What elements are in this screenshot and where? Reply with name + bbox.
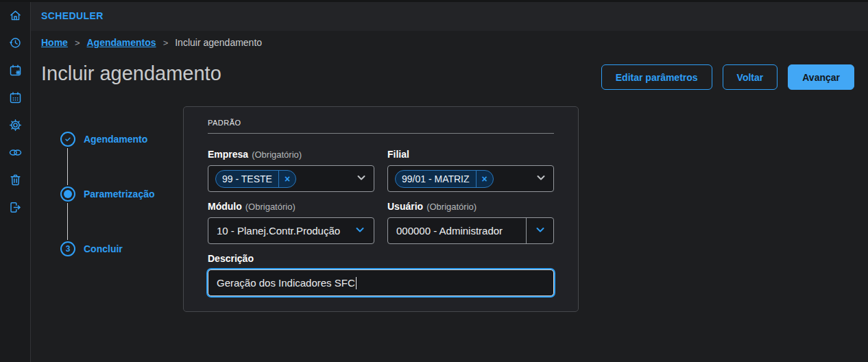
back-button[interactable]: Voltar bbox=[723, 64, 778, 90]
step-todo-circle: 3 bbox=[60, 241, 75, 256]
calendar-icon[interactable] bbox=[0, 84, 30, 111]
link-icon[interactable] bbox=[0, 138, 30, 166]
descricao-value: Geração dos Indicadores SFC bbox=[217, 277, 355, 289]
step-concluir[interactable]: 3 Concluir bbox=[60, 241, 123, 256]
schedule-settings-icon[interactable] bbox=[0, 56, 30, 84]
modulo-value: 10 - Planej.Contr.Produção bbox=[217, 225, 340, 237]
empresa-multiselect[interactable]: 99 - TESTE × bbox=[208, 165, 374, 192]
breadcrumb-link-agendamentos[interactable]: Agendamentos bbox=[87, 37, 156, 48]
home-icon[interactable] bbox=[0, 1, 30, 29]
breadcrumb: Home > Agendamentos > Incluir agendament… bbox=[41, 37, 262, 48]
descricao-input[interactable]: Geração dos Indicadores SFC bbox=[208, 269, 554, 296]
field-filial: Filial 99/01 - MATRIZ × bbox=[387, 149, 554, 192]
tag-remove-icon[interactable]: × bbox=[476, 171, 493, 187]
field-label-usuario: Usuário(Obrigatório) bbox=[387, 201, 554, 212]
required-hint: (Obrigatório) bbox=[245, 202, 296, 212]
empresa-tag: 99 - TESTE × bbox=[215, 170, 296, 188]
filial-tag: 99/01 - MATRIZ × bbox=[395, 170, 494, 188]
chevron-down-icon bbox=[535, 224, 546, 237]
step-agendamento[interactable]: Agendamento bbox=[60, 132, 147, 147]
form-card: PADRÃO Empresa(Obrigatório) 99 - TESTE × bbox=[183, 106, 579, 312]
logout-icon[interactable] bbox=[0, 193, 30, 221]
step-label: Agendamento bbox=[84, 134, 147, 145]
chevron-down-icon bbox=[354, 224, 365, 237]
check-icon bbox=[64, 135, 72, 143]
history-icon[interactable] bbox=[0, 29, 30, 56]
edit-params-button[interactable]: Editar parâmetros bbox=[601, 64, 712, 90]
topbar: SCHEDULER bbox=[31, 0, 868, 31]
chevron-down-icon bbox=[356, 172, 367, 186]
next-button[interactable]: Avançar bbox=[788, 64, 854, 90]
usuario-combo[interactable]: 000000 - Administrador bbox=[387, 217, 554, 244]
tag-label: 99/01 - MATRIZ bbox=[396, 173, 476, 184]
modulo-select[interactable]: 10 - Planej.Contr.Produção bbox=[208, 217, 374, 244]
tag-remove-icon[interactable]: × bbox=[278, 171, 296, 187]
usuario-dropdown-button[interactable] bbox=[526, 218, 553, 243]
chevron-down-icon bbox=[535, 172, 546, 186]
usuario-value: 000000 - Administrador bbox=[388, 225, 511, 237]
window-top-edge bbox=[0, 0, 868, 2]
field-modulo: Módulo(Obrigatório) 10 - Planej.Contr.Pr… bbox=[208, 201, 374, 244]
active-dot bbox=[64, 190, 72, 198]
app-title: SCHEDULER bbox=[41, 10, 104, 21]
breadcrumb-separator: > bbox=[163, 38, 169, 48]
step-label: Concluir bbox=[84, 243, 123, 254]
section-divider bbox=[208, 133, 554, 134]
step-connector bbox=[67, 203, 68, 240]
step-connector bbox=[67, 148, 68, 185]
section-title: PADRÃO bbox=[208, 107, 554, 127]
field-descricao: Descrição Geração dos Indicadores SFC bbox=[208, 253, 554, 296]
action-buttons: Editar parâmetros Voltar Avançar bbox=[601, 64, 854, 90]
step-active-circle bbox=[60, 186, 75, 202]
step-done-circle bbox=[60, 132, 75, 147]
required-hint: (Obrigatório) bbox=[252, 149, 302, 160]
page-title: Incluir agendamento bbox=[41, 62, 221, 85]
breadcrumb-separator: > bbox=[75, 38, 80, 48]
step-number: 3 bbox=[66, 244, 71, 254]
text-cursor bbox=[356, 277, 357, 289]
tag-label: 99 - TESTE bbox=[216, 173, 278, 184]
breadcrumb-current: Incluir agendamento bbox=[175, 37, 262, 48]
sidebar bbox=[0, 0, 31, 362]
settings-gear-icon[interactable] bbox=[0, 111, 30, 138]
wizard-stepper: Agendamento Parametrização 3 Concluir bbox=[60, 132, 184, 269]
field-label-modulo: Módulo(Obrigatório) bbox=[208, 201, 374, 212]
field-label-filial: Filial bbox=[387, 149, 554, 160]
step-parametrizacao[interactable]: Parametrização bbox=[60, 186, 155, 202]
field-usuario: Usuário(Obrigatório) 000000 - Administra… bbox=[387, 201, 554, 244]
main-content: Home > Agendamentos > Incluir agendament… bbox=[31, 31, 868, 362]
field-label-descricao: Descrição bbox=[208, 253, 554, 264]
trash-icon[interactable] bbox=[0, 166, 30, 193]
step-label: Parametrização bbox=[84, 189, 155, 200]
field-empresa: Empresa(Obrigatório) 99 - TESTE × bbox=[208, 149, 374, 192]
field-label-empresa: Empresa(Obrigatório) bbox=[208, 149, 374, 160]
filial-multiselect[interactable]: 99/01 - MATRIZ × bbox=[387, 165, 554, 192]
breadcrumb-link-home[interactable]: Home bbox=[41, 37, 68, 48]
required-hint: (Obrigatório) bbox=[426, 202, 477, 212]
